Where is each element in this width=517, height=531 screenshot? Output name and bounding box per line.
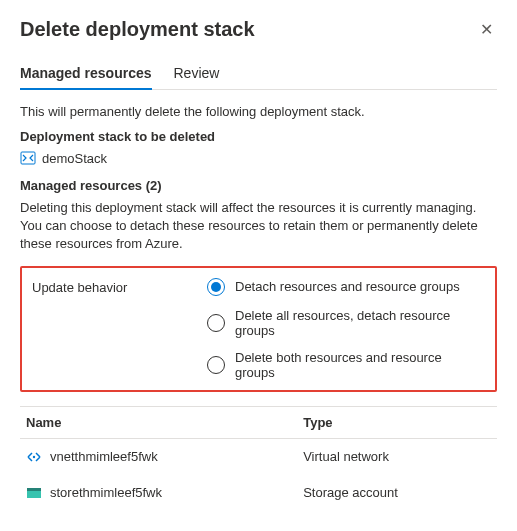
stack-section-label: Deployment stack to be deleted	[20, 129, 497, 144]
resource-type: Storage account	[297, 475, 497, 511]
intro-text: This will permanently delete the followi…	[20, 104, 497, 119]
radio-detach[interactable]: Detach resources and resource groups	[207, 278, 485, 296]
radio-icon	[207, 356, 225, 374]
radio-label: Detach resources and resource groups	[235, 279, 460, 294]
radio-icon	[207, 314, 225, 332]
close-icon[interactable]: ✕	[476, 18, 497, 41]
tab-bar: Managed resources Review	[20, 59, 497, 90]
col-name: Name	[20, 406, 297, 438]
radio-delete-resources[interactable]: Delete all resources, detach resource gr…	[207, 308, 485, 338]
vnet-icon	[26, 449, 42, 465]
page-title: Delete deployment stack	[20, 18, 255, 41]
stack-name: demoStack	[42, 151, 107, 166]
update-behavior-label: Update behavior	[32, 278, 207, 380]
resource-name: storethmimleef5fwk	[50, 485, 162, 500]
radio-delete-both[interactable]: Delete both resources and resource group…	[207, 350, 485, 380]
update-behavior-box: Update behavior Detach resources and res…	[20, 266, 497, 392]
table-row: storethmimleef5fwk Storage account	[20, 475, 497, 511]
svg-rect-0	[21, 152, 35, 164]
tab-review[interactable]: Review	[174, 59, 220, 89]
radio-label: Delete both resources and resource group…	[235, 350, 485, 380]
table-row: vnetthmimleef5fwk Virtual network	[20, 438, 497, 475]
radio-icon	[207, 278, 225, 296]
stack-icon	[20, 150, 36, 166]
resource-name: vnetthmimleef5fwk	[50, 449, 158, 464]
svg-point-1	[33, 455, 35, 457]
resource-type: Virtual network	[297, 438, 497, 475]
managed-resources-label: Managed resources (2)	[20, 178, 497, 193]
col-type: Type	[297, 406, 497, 438]
svg-rect-3	[27, 488, 41, 491]
stack-item: demoStack	[20, 150, 497, 166]
resources-table: Name Type vnetthmimleef5fwk Virtual netw…	[20, 406, 497, 511]
radio-label: Delete all resources, detach resource gr…	[235, 308, 485, 338]
tab-managed-resources[interactable]: Managed resources	[20, 59, 152, 89]
storage-icon	[26, 485, 42, 501]
managed-info-text: Deleting this deployment stack will affe…	[20, 199, 497, 254]
